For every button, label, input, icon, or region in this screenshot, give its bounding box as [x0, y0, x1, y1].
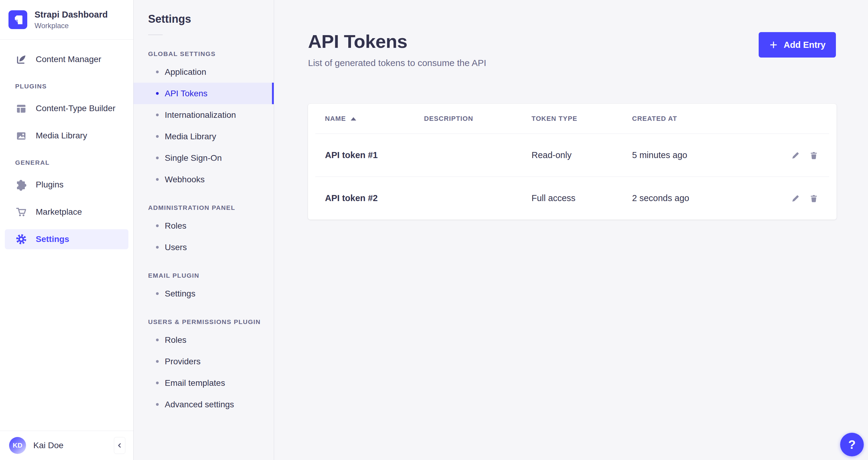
- subnav-item-media-library[interactable]: Media Library: [133, 126, 274, 147]
- column-header-token-type: TOKEN TYPE: [531, 115, 577, 122]
- trash-icon: [809, 194, 818, 203]
- sidebar-item-label: Content Manager: [36, 55, 101, 64]
- tokens-table: NAME DESCRIPTION TOKEN TYPE CREATED AT A…: [308, 104, 837, 219]
- subnav-item-webhooks[interactable]: Webhooks: [133, 169, 274, 190]
- token-type: Full access: [531, 193, 576, 203]
- sidebar-nav: Content Manager PLUGINS Content-Type Bui…: [0, 40, 133, 431]
- subnav-item-application[interactable]: Application: [133, 61, 274, 83]
- subnav-item-label: Email templates: [165, 378, 225, 388]
- subnav-item-email-settings[interactable]: Settings: [133, 283, 274, 304]
- sidebar-item-content-manager[interactable]: Content Manager: [5, 49, 128, 69]
- delete-token-button[interactable]: [809, 194, 818, 203]
- bullet-icon: [156, 135, 159, 138]
- pencil-icon: [791, 151, 800, 160]
- bullet-icon: [156, 360, 159, 363]
- sidebar-item-content-type-builder[interactable]: Content-Type Builder: [5, 98, 128, 118]
- subnav-item-label: Advanced settings: [165, 400, 234, 409]
- page-header-text: API Tokens List of generated tokens to c…: [308, 31, 486, 68]
- bullet-icon: [156, 224, 159, 227]
- column-header-name: NAME: [325, 115, 346, 123]
- main-content: API Tokens List of generated tokens to c…: [274, 0, 868, 460]
- collapse-sidebar-button[interactable]: [114, 437, 125, 454]
- subnav-item-admin-users[interactable]: Users: [133, 237, 274, 258]
- page-subtitle: List of generated tokens to consume the …: [308, 58, 486, 68]
- bullet-icon: [156, 92, 159, 95]
- subnav-item-providers[interactable]: Providers: [133, 351, 274, 372]
- table-row[interactable]: API token #2 Full access 2 seconds ago: [308, 177, 837, 219]
- bullet-icon: [156, 292, 159, 295]
- sidebar-item-marketplace[interactable]: Marketplace: [5, 202, 128, 222]
- subnav-item-email-templates[interactable]: Email templates: [133, 372, 274, 394]
- trash-icon: [809, 151, 818, 160]
- subnav-item-label: Single Sign-On: [165, 153, 222, 163]
- bullet-icon: [156, 157, 159, 159]
- edit-token-button[interactable]: [791, 151, 800, 160]
- subnav-item-label: Settings: [165, 289, 195, 299]
- strapi-logo-icon: [8, 10, 27, 29]
- puzzle-icon: [15, 179, 27, 191]
- sidebar-item-label: Marketplace: [36, 207, 82, 217]
- token-created-at: 2 seconds ago: [632, 193, 689, 203]
- workspace-brand[interactable]: Strapi Dashboard Workplace: [0, 0, 133, 40]
- bullet-icon: [156, 403, 159, 406]
- question-mark-icon: ?: [848, 438, 856, 452]
- sidebar-section-plugins: PLUGINS: [15, 83, 128, 90]
- edit-token-button[interactable]: [791, 194, 800, 203]
- chevron-left-icon: [115, 441, 124, 450]
- subnav-item-label: Roles: [165, 335, 187, 345]
- sidebar-item-settings[interactable]: Settings: [5, 229, 128, 249]
- add-entry-button[interactable]: Add Entry: [759, 32, 836, 58]
- app-shell: Strapi Dashboard Workplace Content Manag…: [0, 0, 868, 460]
- subnav-item-label: Roles: [165, 221, 187, 231]
- subnav-item-label: Internationalization: [165, 110, 236, 120]
- token-name: API token #2: [325, 193, 378, 203]
- subnav-item-up-roles[interactable]: Roles: [133, 329, 274, 351]
- pencil-icon: [791, 194, 800, 203]
- avatar[interactable]: KD: [9, 437, 26, 454]
- subnav-item-label: Media Library: [165, 132, 216, 142]
- add-entry-label: Add Entry: [783, 40, 826, 50]
- cart-icon: [15, 206, 27, 218]
- subnav-item-advanced-settings[interactable]: Advanced settings: [133, 394, 274, 415]
- delete-token-button[interactable]: [809, 151, 818, 160]
- column-header-created-at: CREATED AT: [632, 115, 677, 122]
- bullet-icon: [156, 178, 159, 181]
- sidebar-item-plugins[interactable]: Plugins: [5, 175, 128, 195]
- subnav-item-single-sign-on[interactable]: Single Sign-On: [133, 147, 274, 169]
- subnav-section-email-plugin: EMAIL PLUGIN: [148, 272, 274, 279]
- sidebar-section-general: GENERAL: [15, 159, 128, 166]
- subnav-section-global-settings: GLOBAL SETTINGS: [148, 50, 274, 58]
- page-title: API Tokens: [308, 31, 486, 51]
- subnav-item-label: Application: [165, 67, 206, 77]
- column-header-description: DESCRIPTION: [424, 115, 473, 122]
- bullet-icon: [156, 70, 159, 73]
- subnav-item-api-tokens[interactable]: API Tokens: [133, 83, 274, 104]
- brand-text: Strapi Dashboard Workplace: [34, 9, 108, 30]
- subnav-title: Settings: [133, 0, 274, 25]
- subnav-item-internationalization[interactable]: Internationalization: [133, 104, 274, 126]
- gear-icon: [15, 233, 27, 245]
- bullet-icon: [156, 381, 159, 384]
- token-name: API token #1: [325, 150, 378, 160]
- table-row[interactable]: API token #1 Read-only 5 minutes ago: [308, 134, 837, 177]
- sidebar-item-media-library[interactable]: Media Library: [5, 126, 128, 146]
- workspace-title: Strapi Dashboard: [34, 9, 108, 20]
- sidebar-item-label: Plugins: [36, 180, 64, 190]
- subnav-divider: [148, 34, 163, 35]
- bullet-icon: [156, 339, 159, 341]
- sidebar-item-label: Media Library: [36, 131, 87, 141]
- help-button[interactable]: ?: [840, 433, 864, 456]
- subnav-section-users-permissions-plugin: USERS & PERMISSIONS PLUGIN: [148, 318, 274, 326]
- sort-by-name-button[interactable]: NAME: [325, 115, 356, 123]
- sort-asc-icon: [351, 117, 356, 121]
- plus-icon: [769, 40, 778, 49]
- image-icon: [15, 130, 27, 142]
- layout-icon: [15, 102, 27, 115]
- subnav-item-label: Webhooks: [165, 175, 205, 184]
- main-sidebar: Strapi Dashboard Workplace Content Manag…: [0, 0, 133, 460]
- token-created-at: 5 minutes ago: [632, 150, 687, 160]
- table-header-row: NAME DESCRIPTION TOKEN TYPE CREATED AT: [308, 104, 837, 133]
- sidebar-item-label: Content-Type Builder: [36, 103, 115, 113]
- bullet-icon: [156, 114, 159, 116]
- subnav-item-admin-roles[interactable]: Roles: [133, 215, 274, 237]
